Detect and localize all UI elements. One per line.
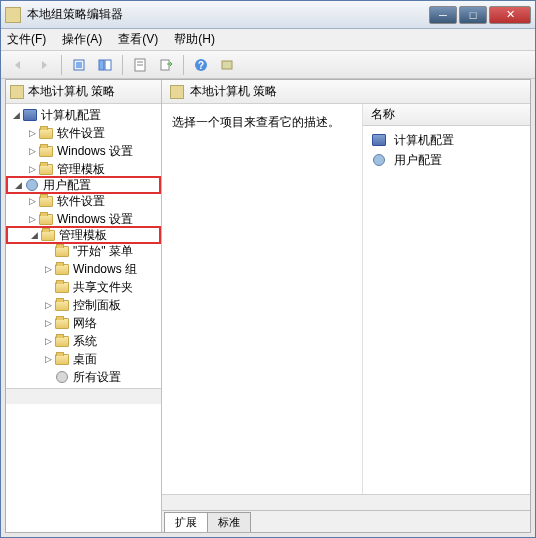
- tree-label: 管理模板: [57, 161, 105, 178]
- collapse-icon[interactable]: ◢: [10, 110, 22, 120]
- titlebar[interactable]: 本地组策略编辑器 ─ □ ✕: [1, 1, 535, 29]
- svg-rect-3: [105, 60, 111, 70]
- svg-rect-10: [222, 61, 232, 69]
- maximize-button[interactable]: □: [459, 6, 487, 24]
- tree-label: 所有设置: [73, 369, 121, 386]
- gear-icon: [54, 370, 70, 384]
- menubar: 文件(F) 操作(A) 查看(V) 帮助(H): [1, 29, 535, 51]
- svg-rect-7: [161, 60, 169, 70]
- document-icon: [10, 85, 24, 99]
- tree-node-all-settings[interactable]: 所有设置: [6, 368, 161, 386]
- svg-rect-2: [99, 60, 104, 70]
- horizontal-scrollbar[interactable]: [162, 494, 530, 510]
- tree-node-software-settings[interactable]: ▷ 软件设置: [6, 124, 161, 142]
- filter-button[interactable]: [216, 54, 238, 76]
- expand-icon[interactable]: ▷: [26, 128, 38, 138]
- tree-root-label: 本地计算机 策略: [28, 83, 115, 100]
- expand-icon[interactable]: ▷: [26, 146, 38, 156]
- expand-icon[interactable]: ▷: [26, 196, 38, 206]
- tree-label: "开始" 菜单: [73, 243, 133, 260]
- tree-node-start-menu[interactable]: "开始" 菜单: [6, 242, 161, 260]
- tree-label: 控制面板: [73, 297, 121, 314]
- expand-icon[interactable]: ▷: [42, 354, 54, 364]
- separator: [61, 55, 62, 75]
- folder-icon: [38, 162, 54, 176]
- computer-icon: [22, 108, 38, 122]
- list-item[interactable]: 计算机配置: [363, 130, 530, 150]
- menu-view[interactable]: 查看(V): [118, 31, 158, 48]
- tree-node-windows-settings[interactable]: ▷ Windows 设置: [6, 142, 161, 160]
- tree-label: 桌面: [73, 351, 97, 368]
- user-icon: [371, 153, 387, 167]
- detail-title: 本地计算机 策略: [190, 83, 277, 100]
- tree-node-computer-config[interactable]: ◢ 计算机配置: [6, 106, 161, 124]
- detail-header: 本地计算机 策略: [162, 80, 530, 104]
- tree-label: 计算机配置: [41, 107, 101, 124]
- folder-icon: [38, 126, 54, 140]
- tree-pane: 本地计算机 策略 ◢ 计算机配置 ▷ 软件设置 ▷ Windows 设置: [6, 80, 162, 532]
- detail-pane: 本地计算机 策略 选择一个项目来查看它的描述。 名称 计算机配置: [162, 80, 530, 532]
- properties-button[interactable]: [129, 54, 151, 76]
- tree-node-control-panel[interactable]: ▷ 控制面板: [6, 296, 161, 314]
- menu-help[interactable]: 帮助(H): [174, 31, 215, 48]
- menu-file[interactable]: 文件(F): [7, 31, 46, 48]
- list-column: 名称 计算机配置 用户配置: [362, 104, 530, 494]
- export-button[interactable]: [155, 54, 177, 76]
- expand-icon[interactable]: ▷: [42, 318, 54, 328]
- tree-label: Windows 设置: [57, 211, 133, 228]
- collapse-icon[interactable]: ◢: [12, 180, 24, 190]
- folder-icon: [40, 228, 56, 242]
- show-hide-tree-button[interactable]: [94, 54, 116, 76]
- window-title: 本地组策略编辑器: [27, 6, 429, 23]
- tree-label: 软件设置: [57, 193, 105, 210]
- folder-icon: [54, 244, 70, 258]
- folder-icon: [54, 280, 70, 294]
- description-column: 选择一个项目来查看它的描述。: [162, 104, 362, 494]
- tab-standard[interactable]: 标准: [207, 512, 251, 532]
- tree-node-software-settings-2[interactable]: ▷ 软件设置: [6, 192, 161, 210]
- expand-icon[interactable]: ▷: [42, 336, 54, 346]
- svg-rect-1: [76, 62, 82, 68]
- list-item-label: 计算机配置: [394, 132, 454, 149]
- folder-icon: [38, 144, 54, 158]
- expand-icon[interactable]: ▷: [42, 264, 54, 274]
- tree-node-shared-folders[interactable]: 共享文件夹: [6, 278, 161, 296]
- tree-header[interactable]: 本地计算机 策略: [6, 80, 161, 104]
- toolbar: ?: [1, 51, 535, 79]
- minimize-button[interactable]: ─: [429, 6, 457, 24]
- computer-icon: [371, 133, 387, 147]
- tree-label: 网络: [73, 315, 97, 332]
- folder-icon: [54, 316, 70, 330]
- expand-icon[interactable]: ▷: [42, 300, 54, 310]
- column-header-name[interactable]: 名称: [363, 104, 530, 126]
- tree-node-desktop[interactable]: ▷ 桌面: [6, 350, 161, 368]
- detail-tabs: 扩展 标准: [162, 510, 530, 532]
- help-button[interactable]: ?: [190, 54, 212, 76]
- folder-icon: [38, 194, 54, 208]
- up-button[interactable]: [68, 54, 90, 76]
- horizontal-scrollbar[interactable]: [6, 388, 161, 404]
- forward-button[interactable]: [33, 54, 55, 76]
- expand-icon[interactable]: ▷: [26, 214, 38, 224]
- tab-extended[interactable]: 扩展: [164, 512, 208, 532]
- folder-icon: [54, 298, 70, 312]
- folder-icon: [54, 262, 70, 276]
- tree-label: 用户配置: [43, 177, 91, 194]
- tree-label: 软件设置: [57, 125, 105, 142]
- menu-action[interactable]: 操作(A): [62, 31, 102, 48]
- collapse-icon[interactable]: ◢: [28, 230, 40, 240]
- back-button[interactable]: [7, 54, 29, 76]
- tree-node-system[interactable]: ▷ 系统: [6, 332, 161, 350]
- tree-label: Windows 设置: [57, 143, 133, 160]
- separator: [183, 55, 184, 75]
- list-items: 计算机配置 用户配置: [363, 126, 530, 174]
- list-item-label: 用户配置: [394, 152, 442, 169]
- tree: ◢ 计算机配置 ▷ 软件设置 ▷ Windows 设置 ▷ 管理: [6, 104, 161, 388]
- window: 本地组策略编辑器 ─ □ ✕ 文件(F) 操作(A) 查看(V) 帮助(H) ?…: [0, 0, 536, 538]
- folder-icon: [54, 352, 70, 366]
- tree-node-windows-components[interactable]: ▷ Windows 组: [6, 260, 161, 278]
- tree-node-network[interactable]: ▷ 网络: [6, 314, 161, 332]
- list-item[interactable]: 用户配置: [363, 150, 530, 170]
- expand-icon[interactable]: ▷: [26, 164, 38, 174]
- close-button[interactable]: ✕: [489, 6, 531, 24]
